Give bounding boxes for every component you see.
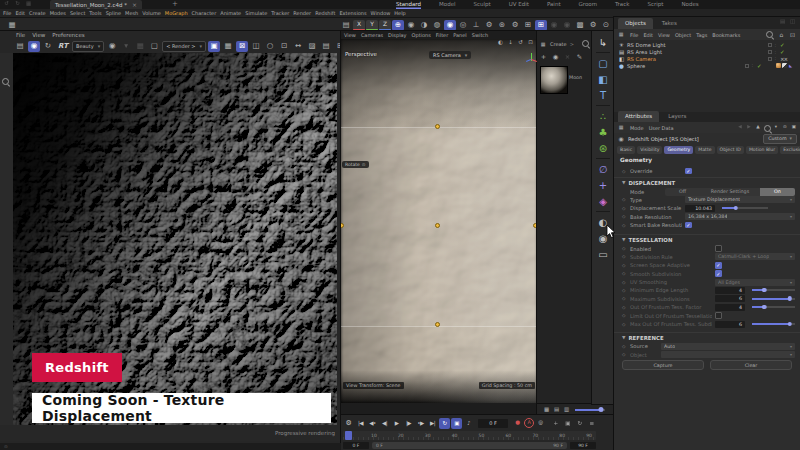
menu-item[interactable]: File [3, 10, 11, 16]
animate-diamond-icon[interactable]: ◇ [622, 214, 627, 219]
viewport-canvas[interactable]: Perspective RS Camera ▾ Rotate⊙ View Tra… [341, 39, 537, 403]
edit-material-icon[interactable]: ✎ [574, 52, 585, 62]
menu-item[interactable]: Window [371, 10, 391, 16]
key-grid-icon-2[interactable]: ▤ [552, 406, 561, 414]
smooth-subdivision-checkbox[interactable]: ✓ [715, 270, 722, 277]
workspace-tab[interactable]: Nodes [681, 0, 698, 9]
workspace-tab[interactable]: Sculpt [474, 0, 491, 9]
uv-smoothing-dropdown[interactable]: All Edges▾ [715, 279, 795, 286]
snapshot-icon[interactable]: ▤ [14, 41, 26, 52]
workspace-tab[interactable]: Standard [396, 0, 421, 9]
animate-diamond-icon[interactable]: ◇ [622, 313, 627, 318]
close-tab-icon[interactable]: × [132, 1, 137, 8]
out-of-frustum-tess-factor-slider[interactable] [752, 306, 795, 308]
goto-end-button[interactable]: ▶| [427, 418, 438, 429]
menu-item[interactable]: Spline [106, 10, 121, 16]
range-slider[interactable]: 0 F 90 F [372, 442, 567, 449]
object-row-camera[interactable]: ◧ RS Camera ⁚ ×× [614, 56, 800, 63]
panel-tab[interactable]: Objects [618, 18, 653, 29]
fit-view-icon[interactable]: ⊡ [278, 41, 290, 52]
prev-key-button[interactable]: ◀• [367, 418, 378, 429]
pan-zoom-icon[interactable]: ↔ [292, 41, 304, 52]
cube-icon[interactable]: ◧ [594, 71, 612, 87]
menu-item[interactable]: Select [70, 10, 85, 16]
record-parameter-icon[interactable]: ≡ [586, 418, 597, 429]
material-ball-icon[interactable]: ◉ [550, 52, 561, 62]
playhead[interactable] [345, 431, 352, 440]
menu-item[interactable]: Extensions [339, 10, 366, 16]
render-queue-icon[interactable]: ▩ [574, 20, 586, 31]
pixel-grid-icon[interactable]: ▦ [222, 41, 234, 52]
rt-toggle[interactable]: RT [56, 41, 70, 52]
subdivision-rule-dropdown[interactable]: Catmull-Clark + Loop▾ [715, 253, 795, 260]
perspective-viewport[interactable]: ViewCamerasDisplayOptionsFilterPanelSwit… [341, 31, 537, 415]
section-tab[interactable]: Motion Blur [746, 146, 778, 154]
minimum-edge-length-slider[interactable] [752, 289, 795, 291]
menu-item[interactable]: Volume [142, 10, 161, 16]
viewport-menu-item[interactable]: View [344, 32, 356, 38]
restart-render-icon[interactable]: ↻ [42, 41, 54, 52]
search-icon[interactable] [765, 30, 775, 40]
add-material-icon[interactable]: + [538, 52, 549, 62]
key-grid-icon-1[interactable]: ▦ [542, 406, 551, 414]
enable-toggle[interactable]: ✓ [780, 49, 796, 55]
reference-section-header[interactable]: ▼ REFERENCE [614, 332, 800, 342]
animate-diamond-icon[interactable]: ◇ [622, 206, 627, 211]
object-mode-icon[interactable]: ◉ [444, 20, 456, 31]
info-icon[interactable]: ⊙ [781, 124, 789, 132]
panel-icon[interactable]: ⊡ [788, 31, 797, 39]
layer-square[interactable] [768, 43, 772, 47]
tessellation-section-header[interactable]: ▼ TESSELLATION [614, 234, 800, 244]
workspace-tab[interactable]: Groom [579, 0, 598, 9]
enabled-checkbox[interactable] [715, 245, 722, 252]
animate-diamond-icon[interactable]: ◇ [622, 344, 627, 349]
document-tab[interactable]: Tessellation_Moon_2.c4d * × [50, 0, 142, 9]
smoothing-tag-icon[interactable] [782, 63, 787, 68]
home-icon[interactable]: ⌂ [777, 31, 786, 39]
record-scale-icon[interactable]: ▣ [562, 418, 573, 429]
effector-icon[interactable]: ⊛ [594, 140, 612, 156]
animate-diamond-icon[interactable]: ◇ [622, 254, 627, 259]
save-image-icon[interactable]: ▤ [320, 41, 332, 52]
viewport-menu-item[interactable]: Cameras [361, 32, 383, 38]
panel-tab[interactable]: Attributes [618, 111, 659, 122]
render-view-menu-item[interactable]: View [32, 32, 45, 38]
timeline-scale-slider[interactable] [575, 409, 605, 411]
menu-item[interactable]: Help [394, 10, 405, 16]
redo-icon[interactable]: ↻ [13, 0, 22, 8]
object-link-dropdown[interactable]: ▾ [661, 351, 795, 358]
workspace-tab[interactable]: Model [439, 0, 456, 9]
range-start-field[interactable]: 0 F [343, 442, 369, 449]
clear-button[interactable]: Clear [710, 360, 792, 370]
key-grid-icon-3[interactable]: ▥ [562, 406, 571, 414]
panel-menu-icon[interactable]: ▦ [6, 20, 18, 31]
section-tab[interactable]: Exclusion [780, 146, 800, 154]
filter-caret-icon[interactable]: ▾ [772, 124, 780, 132]
object-manager-menu-item[interactable]: Edit [643, 32, 653, 38]
record-button[interactable]: ● [512, 418, 523, 429]
region-render-icon[interactable]: ⊠ [236, 41, 248, 52]
mode-off-option[interactable]: Off [665, 188, 700, 196]
play-button[interactable]: ▶ [391, 418, 402, 429]
section-tab[interactable]: Geometry [664, 146, 693, 154]
override-checkbox[interactable]: ✓ [685, 168, 692, 175]
layer-square[interactable] [745, 64, 749, 68]
object-manager-menu-item[interactable]: Bookmarks [712, 32, 740, 38]
tweak-mode-icon[interactable]: ◎ [457, 20, 469, 31]
display-icon[interactable]: ▭ [594, 246, 612, 262]
grid-icon[interactable]: ▦ [617, 124, 625, 132]
extras-icon[interactable]: ⊙ [600, 20, 612, 31]
record-rotation-icon[interactable]: ↻ [574, 418, 585, 429]
fracture-icon[interactable]: ♣ [594, 124, 612, 140]
ping-pong-button[interactable]: ▣ [451, 418, 462, 429]
mode-on-option[interactable]: On [760, 188, 795, 196]
prev-frame-button[interactable]: ◀| [379, 418, 390, 429]
menu-item[interactable]: Create [29, 10, 46, 16]
enable-toggle[interactable]: ×× [780, 56, 796, 62]
texture-tag-icon[interactable] [776, 63, 781, 68]
menu-item[interactable]: Modes [50, 10, 66, 16]
lock-panel-icon[interactable]: ▣ [790, 124, 798, 132]
section-tab[interactable]: Matte [695, 146, 714, 154]
new-tab-button[interactable]: + [172, 0, 178, 9]
panel-split-icon[interactable]: ◫ [788, 18, 797, 26]
